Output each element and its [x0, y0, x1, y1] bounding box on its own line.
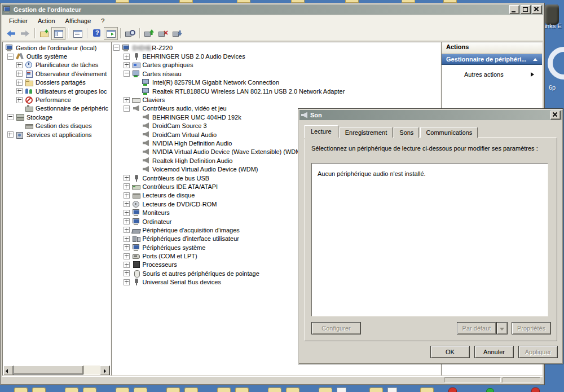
- set-default-button[interactable]: Par défaut: [457, 322, 496, 334]
- expand-icon[interactable]: [124, 262, 130, 268]
- tree-item[interactable]: BEHRINGER USB 2.0 Audio Devices: [112, 52, 440, 60]
- maximize-button[interactable]: [521, 5, 531, 14]
- configure-button[interactable]: Configurer: [311, 322, 361, 334]
- menu-item-action[interactable]: Action: [33, 16, 60, 25]
- expand-icon[interactable]: [124, 183, 130, 190]
- tree-item[interactable]: Gestionnaire de périphéric: [3, 104, 111, 113]
- expand-icon[interactable]: [124, 97, 130, 103]
- expand-icon[interactable]: [124, 244, 130, 250]
- desktop-folder-icon-fragment[interactable]: [65, 387, 78, 392]
- desktop-folder-icon-fragment[interactable]: [268, 387, 281, 392]
- expand-icon[interactable]: [16, 97, 23, 103]
- uninstall-device-button[interactable]: [156, 27, 170, 40]
- expand-icon[interactable]: [124, 270, 130, 276]
- desktop-app-icon-fragment[interactable]: [486, 388, 494, 392]
- expand-icon[interactable]: [124, 201, 130, 207]
- desktop-folder-icon-fragment[interactable]: [83, 387, 96, 392]
- desktop-folder-icon-fragment[interactable]: [420, 387, 434, 392]
- menu-item-fichier[interactable]: Fichier: [4, 16, 33, 25]
- expand-icon[interactable]: [124, 279, 130, 285]
- actions-sub-item[interactable]: Autres actions: [442, 70, 542, 79]
- actions-selected-item[interactable]: Gestionnaire de périphéri...: [442, 54, 542, 65]
- scan-hardware-button[interactable]: [170, 27, 184, 40]
- expand-icon[interactable]: [16, 71, 23, 77]
- window-titlebar[interactable]: Gestion de l'ordinateur: [2, 5, 543, 15]
- collapse-icon[interactable]: [7, 54, 14, 60]
- desktop-file-icon-fragment[interactable]: [337, 387, 346, 392]
- cancel-button[interactable]: Annuler: [474, 346, 514, 358]
- tree-item[interactable]: Gestion de l'ordinateur (local): [3, 43, 111, 52]
- set-default-dropdown-button[interactable]: [496, 322, 508, 334]
- desktop-folder-icon-fragment[interactable]: [116, 387, 129, 392]
- tree-item[interactable]: Outils système: [3, 52, 111, 60]
- properties-button[interactable]: Propriétés: [512, 322, 551, 334]
- tree-item[interactable]: Performance: [3, 95, 111, 104]
- tree-item[interactable]: Services et applications: [3, 130, 111, 139]
- tree-item[interactable]: Stockage: [3, 113, 111, 121]
- desktop-folder-icon-fragment[interactable]: [319, 387, 332, 392]
- desktop-icon-fragment[interactable]: [545, 5, 559, 25]
- ok-button[interactable]: OK: [430, 346, 470, 358]
- expand-icon[interactable]: [16, 62, 23, 68]
- collapse-icon[interactable]: [124, 105, 130, 112]
- expand-icon[interactable]: [124, 236, 130, 242]
- expand-icon[interactable]: [16, 80, 23, 86]
- expand-icon[interactable]: [124, 192, 130, 199]
- back-button[interactable]: [4, 27, 18, 40]
- collapse-icon[interactable]: [7, 114, 14, 120]
- collapse-icon[interactable]: [124, 71, 130, 77]
- horizontal-scrollbar[interactable]: [3, 365, 110, 375]
- desktop-folder-icon-fragment[interactable]: [134, 387, 147, 392]
- expand-icon[interactable]: [16, 88, 23, 94]
- dialog-close-button[interactable]: [550, 111, 561, 120]
- expand-icon[interactable]: [124, 62, 130, 68]
- properties-button[interactable]: [70, 27, 85, 40]
- forward-button[interactable]: [18, 27, 32, 40]
- tab-sons[interactable]: Sons: [394, 127, 419, 138]
- tree-item[interactable]: Observateur d'événement: [3, 69, 111, 78]
- tab-enregistrement[interactable]: Enregistrement: [340, 127, 393, 138]
- tree-item[interactable]: Intel(R) 82579LM Gigabit Network Connect…: [112, 78, 440, 87]
- desktop-folder-icon-fragment[interactable]: [286, 387, 299, 392]
- close-button[interactable]: [532, 5, 542, 14]
- desktop-folder-icon-fragment[interactable]: [166, 387, 180, 392]
- scrollbar-track[interactable]: [83, 365, 100, 375]
- tree-item[interactable]: Gestion des disques: [3, 122, 111, 130]
- up-folder-button[interactable]: [37, 27, 51, 40]
- tree-item[interactable]: Cartes réseau: [112, 69, 440, 78]
- desktop-folder-icon-fragment[interactable]: [184, 387, 198, 392]
- dialog-titlebar[interactable]: Son: [299, 110, 562, 120]
- tree-item[interactable]: Dossiers partagés: [3, 78, 111, 87]
- collapse-icon[interactable]: [113, 45, 120, 51]
- scroll-right-button[interactable]: [100, 365, 110, 376]
- desktop-folder-icon-fragment[interactable]: [217, 387, 231, 392]
- collapse-arrow-icon[interactable]: [533, 56, 537, 61]
- expand-icon[interactable]: [124, 175, 130, 181]
- tree-item[interactable]: Realtek RTL8188CU Wireless LAN 802.11n U…: [112, 87, 440, 95]
- expand-icon[interactable]: [124, 54, 130, 60]
- tree-item[interactable]: Utilisateurs et groupes loc: [3, 87, 111, 95]
- expand-icon[interactable]: [124, 218, 130, 224]
- desktop-app-icon-fragment[interactable]: [531, 387, 540, 392]
- help-button[interactable]: [90, 27, 104, 40]
- scan-device-button[interactable]: [123, 27, 137, 40]
- tab-lecture[interactable]: Lecture: [304, 125, 338, 138]
- menu-item-?[interactable]: ?: [96, 16, 109, 25]
- desktop-folder-icon-fragment[interactable]: [369, 387, 383, 392]
- menu-item-affichage[interactable]: Affichage: [60, 16, 96, 25]
- tab-communications[interactable]: Communications: [420, 127, 478, 138]
- update-driver-button[interactable]: [142, 27, 156, 40]
- tree-item[interactable]: Claviers: [112, 95, 440, 104]
- scrollbar-thumb[interactable]: [14, 365, 83, 375]
- desktop-folder-icon-fragment[interactable]: [14, 387, 28, 392]
- tree-item[interactable]: Cartes graphiques: [112, 61, 440, 69]
- expand-icon[interactable]: [124, 210, 130, 216]
- scroll-left-button[interactable]: [3, 365, 14, 376]
- expand-icon[interactable]: [124, 227, 130, 233]
- tree-item[interactable]: DIDIER-Z220: [112, 43, 440, 52]
- playback-devices-list[interactable]: Aucun périphérique audio n'est installé.: [311, 163, 548, 316]
- minimize-button[interactable]: [509, 5, 519, 14]
- expand-icon[interactable]: [7, 131, 14, 138]
- desktop-file-icon-fragment[interactable]: [387, 387, 397, 392]
- show-tree-button[interactable]: [51, 27, 65, 40]
